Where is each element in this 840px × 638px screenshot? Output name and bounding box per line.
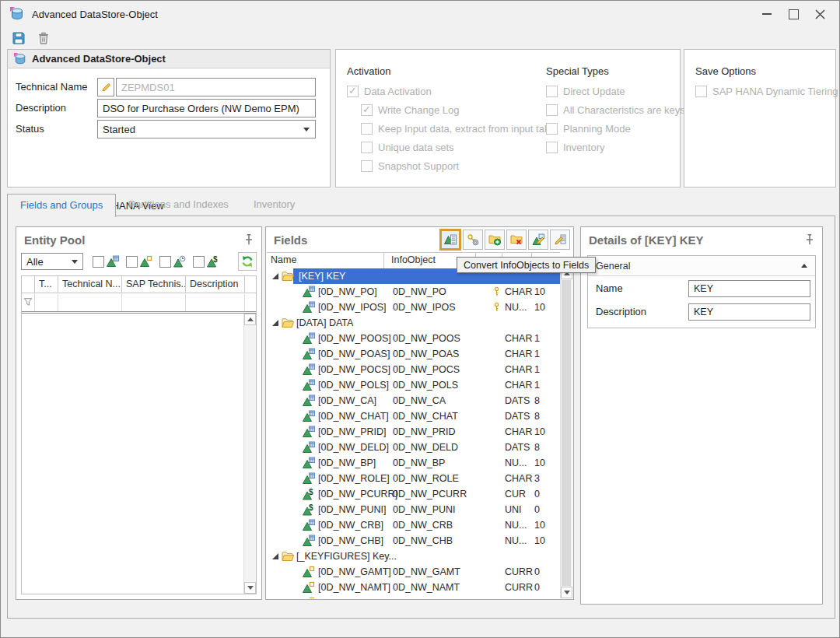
checkbox-label: Direct Update <box>563 86 625 97</box>
field-infoobject: 0D_NW_NAMT <box>393 580 460 595</box>
filter-checkbox[interactable] <box>193 256 205 268</box>
field-row[interactable]: [0D_NW_BP]0D_NW_BPNU...10 <box>267 455 560 471</box>
filter-checkbox[interactable] <box>159 256 171 268</box>
field-row[interactable]: [0D_NW_CHB]0D_NW_CHBNU...10 <box>267 533 560 549</box>
field-row[interactable]: [0D_NW_NAMT]0D_NW_NAMTCURR0 <box>267 580 560 595</box>
details-general-header[interactable]: General <box>588 256 815 276</box>
remove-group-button[interactable] <box>506 230 527 250</box>
checkbox-data-activation: Data Activation <box>347 85 558 97</box>
scroll-up-button[interactable] <box>244 314 256 325</box>
field-infoobject: 0D_NW_POLS <box>393 377 458 393</box>
advanced-datastore-object-dialog: Advanced DataStore-Object Advanced DataS… <box>0 0 840 638</box>
field-row[interactable]: [0D_NW_GAMT]0D_NW_GAMTCURR0 <box>267 564 560 580</box>
char-icon <box>303 332 315 345</box>
filter-cell[interactable] <box>22 293 35 311</box>
field-row[interactable]: [0D_NW_DELD]0D_NW_DELDDATS8 <box>267 440 560 455</box>
char-icon <box>303 535 315 547</box>
details-general-section: General NameDescription <box>587 255 816 328</box>
filter-cell[interactable] <box>122 293 186 311</box>
entity-pool-table: T... Technical N... SAP Technis... Descr… <box>21 275 257 594</box>
status-dropdown[interactable]: Started <box>97 120 316 138</box>
description-input[interactable] <box>97 99 316 117</box>
field-row[interactable]: [0D_NW_POAS]0D_NW_POASCHAR1 <box>267 346 560 362</box>
edit-technical-name-button[interactable] <box>97 78 114 96</box>
field-row[interactable]: [0D_NW_IPOS]0D_NW_IPOSNU...10 <box>267 300 560 315</box>
manage-keys-button[interactable] <box>463 230 483 250</box>
field-row[interactable]: [0D_NW_POLS]0D_NW_POLSCHAR1 <box>267 377 560 393</box>
column-header-technical-name[interactable]: Technical N... <box>58 276 122 293</box>
filter-checkbox[interactable] <box>93 256 104 268</box>
column-header-type[interactable]: T... <box>35 276 58 293</box>
add-field-button[interactable] <box>550 230 570 250</box>
field-length: 10 <box>534 533 545 549</box>
expand-arrow-icon[interactable] <box>272 553 278 559</box>
minimize-button[interactable] <box>754 2 780 26</box>
field-row[interactable]: [0D_NW_ROLE]0D_NW_ROLECHAR3 <box>267 471 560 486</box>
field-group-row[interactable]: [DATA] DATA <box>267 315 560 331</box>
char-icon <box>303 379 315 391</box>
field-row[interactable]: [0D_NW_POOS]0D_NW_POOSCHAR1 <box>267 331 560 346</box>
collapse-icon[interactable] <box>801 264 807 268</box>
checkbox-label: SAP HANA Dynamic Tiering <box>712 86 838 97</box>
folder-icon <box>282 270 294 282</box>
field-row[interactable]: [0D_NW_CHAT]0D_NW_CHATDATS8 <box>267 408 560 424</box>
save-button[interactable] <box>10 30 27 47</box>
expand-arrow-icon[interactable] <box>272 273 278 279</box>
field-row[interactable]: [0D_NW_PUNI]0D_NW_PUNIUNI0 <box>267 502 560 517</box>
column-header-description[interactable]: Description <box>186 276 245 293</box>
detail-label: Name <box>596 279 623 298</box>
field-row[interactable]: [0D_NW_CA]0D_NW_CADATS8 <box>267 393 560 408</box>
expand-arrow-icon[interactable] <box>272 320 278 326</box>
checkbox-box <box>546 142 558 153</box>
column-header-sap-technical-name[interactable]: SAP Technis... <box>122 276 186 293</box>
column-header-name[interactable]: Name <box>271 253 296 268</box>
filter-cell[interactable] <box>58 293 122 311</box>
detail-description-input[interactable] <box>688 303 810 321</box>
pin-icon[interactable] <box>803 233 816 246</box>
detail-name-input[interactable] <box>688 280 810 297</box>
field-length: 1 <box>534 331 540 346</box>
field-row[interactable]: [0D_NW_PO]0D_NW_POCHAR10 <box>267 284 560 300</box>
checkbox-box <box>695 86 707 97</box>
field-datatype: DATS <box>505 408 530 424</box>
field-row[interactable]: [0D_NW_PCURR]0D_NW_PCURRCUR0 <box>267 486 560 502</box>
tab-inventory[interactable]: Inventory <box>241 194 307 216</box>
field-datatype: DATS <box>505 393 530 408</box>
technical-name-input[interactable] <box>116 78 316 96</box>
fields-scrollbar[interactable] <box>560 268 572 598</box>
refresh-button[interactable] <box>238 252 257 271</box>
entity-pool-panel: Entity Pool Alle T... Technical N... SAP… <box>16 226 262 600</box>
tab-fields-and-groups[interactable]: Fields and Groups <box>7 194 116 217</box>
add-infoobjects-button[interactable] <box>528 230 548 250</box>
filter-checkbox[interactable] <box>126 256 138 268</box>
field-row[interactable]: [0D_NW_PRID]0D_NW_PRIDCHAR10 <box>267 424 560 440</box>
scroll-down-button[interactable] <box>561 587 572 598</box>
maximize-button[interactable] <box>780 2 807 26</box>
convert-infoobjects-to-fields-button[interactable] <box>439 229 461 251</box>
char-icon <box>303 472 315 485</box>
entity-pool-filters <box>93 255 226 268</box>
field-row[interactable] <box>267 595 560 598</box>
scroll-down-button[interactable] <box>244 582 256 594</box>
filter-cell[interactable] <box>35 293 58 311</box>
filter-cell[interactable] <box>186 293 245 311</box>
adso-icon <box>14 53 26 65</box>
checkbox-label: Write Change Log <box>378 104 460 116</box>
technical-name-label: Technical Name <box>16 78 88 96</box>
delete-button[interactable] <box>35 30 52 47</box>
add-group-button[interactable] <box>485 230 505 250</box>
scroll-thumb[interactable] <box>562 280 571 586</box>
field-row[interactable]: [0D_NW_CRB]0D_NW_CRBNU...10 <box>267 517 560 533</box>
entity-pool-scrollbar[interactable] <box>243 314 256 594</box>
column-header-infoobject[interactable]: InfoObject <box>391 253 436 268</box>
field-group-row[interactable]: [_KEYFIGURES] Key... <box>267 549 560 564</box>
checkbox-keep-input-data-extract-from-input-table: Keep Input data, extract from input tabl… <box>361 122 558 135</box>
close-button[interactable] <box>807 2 833 26</box>
column-separator[interactable] <box>383 253 384 268</box>
details-general-body: NameDescription <box>588 279 815 323</box>
tab-partitions-and-indexes[interactable]: Partitions and Indexes <box>116 194 241 216</box>
entity-filter-dropdown[interactable]: Alle <box>21 253 83 270</box>
funnel-icon <box>23 297 33 307</box>
field-row[interactable]: [0D_NW_POCS]0D_NW_POCSCHAR1 <box>267 362 560 377</box>
pin-icon[interactable] <box>243 233 255 246</box>
